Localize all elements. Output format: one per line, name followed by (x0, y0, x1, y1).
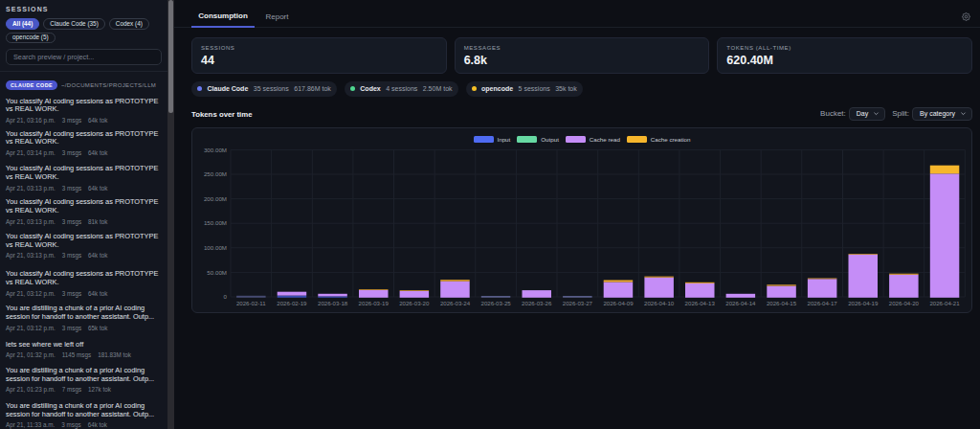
svg-text:50.00M: 50.00M (207, 269, 227, 276)
svg-text:2026-04-09: 2026-04-09 (603, 300, 634, 306)
svg-text:2026-04-19: 2026-04-19 (848, 300, 879, 306)
svg-text:300.00M: 300.00M (204, 147, 227, 153)
svg-text:2026-04-10: 2026-04-10 (644, 300, 675, 306)
svg-text:2026-03-18: 2026-03-18 (318, 300, 348, 306)
svg-text:2026-04-17: 2026-04-17 (808, 300, 838, 306)
svg-text:2026-02-11: 2026-02-11 (236, 300, 266, 306)
svg-text:2026-04-15: 2026-04-15 (767, 300, 797, 306)
svg-text:2026-03-26: 2026-03-26 (522, 300, 552, 306)
svg-text:2026-03-27: 2026-03-27 (563, 300, 593, 306)
svg-text:2026-04-13: 2026-04-13 (685, 300, 716, 306)
svg-text:2026-02-19: 2026-02-19 (277, 300, 307, 306)
svg-text:2026-03-25: 2026-03-25 (481, 300, 512, 306)
svg-text:2026-03-20: 2026-03-20 (399, 300, 430, 306)
svg-text:2026-04-20: 2026-04-20 (889, 300, 920, 306)
svg-text:2026-03-24: 2026-03-24 (440, 300, 471, 306)
svg-text:0: 0 (224, 293, 228, 300)
svg-text:2026-03-19: 2026-03-19 (359, 300, 390, 306)
svg-text:100.00M: 100.00M (204, 244, 227, 251)
svg-text:150.00M: 150.00M (204, 219, 227, 226)
svg-text:250.00M: 250.00M (204, 170, 227, 177)
svg-text:200.00M: 200.00M (204, 195, 227, 202)
svg-text:2026-04-14: 2026-04-14 (725, 300, 756, 306)
svg-text:2026-04-21: 2026-04-21 (929, 300, 960, 306)
